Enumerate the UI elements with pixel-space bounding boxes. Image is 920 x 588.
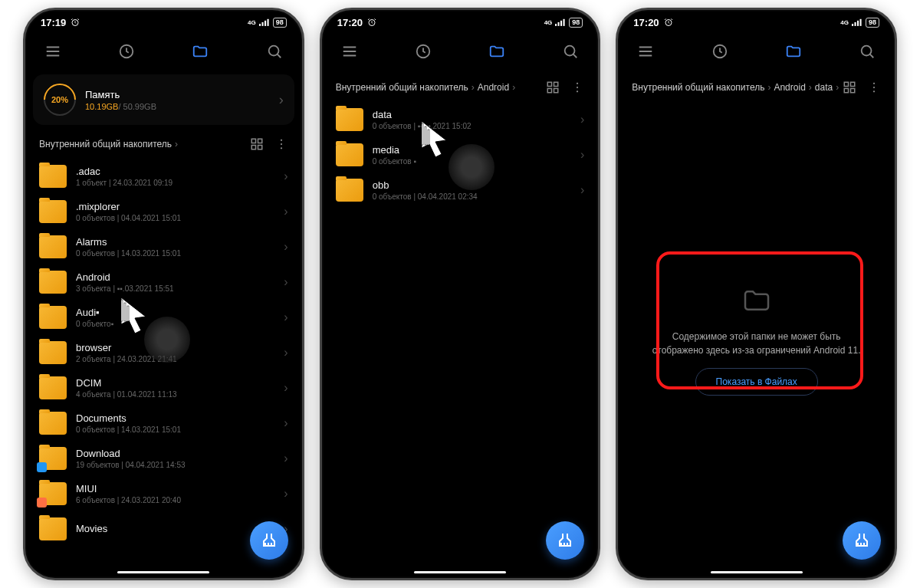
recent-icon[interactable] bbox=[111, 36, 142, 67]
svg-rect-23 bbox=[558, 22, 560, 26]
svg-rect-46 bbox=[860, 19, 862, 26]
home-indicator[interactable] bbox=[117, 571, 209, 573]
chevron-right-icon: › bbox=[284, 169, 288, 183]
status-right: 4G 98 bbox=[840, 18, 879, 28]
svg-rect-4 bbox=[267, 19, 268, 26]
menu-icon[interactable] bbox=[38, 36, 68, 67]
section-header: Внутренний общий накопитель› Android› bbox=[322, 68, 599, 102]
clean-fab[interactable] bbox=[546, 521, 584, 560]
file-row[interactable]: .mixplorer 0 объектов | 04.04.2021 15:01… bbox=[33, 194, 294, 229]
status-bar: 17:20 4G 98 bbox=[322, 10, 599, 34]
more-icon[interactable] bbox=[274, 137, 288, 151]
section-header: Внутренний общий накопитель› Android› da… bbox=[618, 68, 895, 102]
file-row[interactable]: Download 19 объектов | 04.04.2021 14:53 … bbox=[33, 441, 294, 476]
svg-rect-35 bbox=[554, 89, 558, 93]
file-meta: 0 объектов | 04.04.2021 15:01 bbox=[76, 214, 274, 222]
more-icon[interactable] bbox=[867, 80, 881, 94]
file-name: Android bbox=[76, 271, 274, 283]
recent-icon[interactable] bbox=[705, 36, 735, 67]
top-nav bbox=[322, 34, 599, 68]
storage-usage: 10.19GB/ 50.99GB bbox=[85, 102, 270, 111]
svg-rect-24 bbox=[560, 21, 562, 26]
search-icon[interactable] bbox=[555, 36, 586, 67]
clean-fab[interactable] bbox=[250, 521, 288, 560]
status-time: 17:20 bbox=[337, 17, 363, 28]
svg-rect-32 bbox=[548, 82, 552, 86]
recent-icon[interactable] bbox=[408, 36, 439, 67]
file-meta: 0 объектов | 14.03.2021 15:01 bbox=[76, 425, 274, 434]
breadcrumb[interactable]: Внутренний общий накопитель› bbox=[39, 139, 250, 149]
home-indicator[interactable] bbox=[414, 571, 506, 573]
show-in-files-button[interactable]: Показать в Файлах bbox=[695, 368, 818, 396]
chevron-right-icon: › bbox=[580, 148, 584, 162]
svg-line-31 bbox=[573, 54, 577, 58]
folder-icon bbox=[336, 179, 363, 202]
folder-tab-icon[interactable] bbox=[778, 36, 809, 67]
svg-point-59 bbox=[873, 90, 875, 92]
file-name: data bbox=[373, 109, 571, 120]
folder-icon bbox=[39, 517, 67, 540]
file-name: Alarms bbox=[76, 236, 274, 248]
svg-rect-55 bbox=[844, 89, 848, 93]
file-meta: 3 объекта | ▪▪.03.2021 15:51 bbox=[76, 284, 274, 293]
search-icon[interactable] bbox=[259, 36, 290, 67]
menu-icon[interactable] bbox=[334, 36, 365, 67]
svg-rect-44 bbox=[855, 22, 856, 26]
chevron-right-icon: › bbox=[284, 275, 288, 289]
file-name: Movies bbox=[76, 523, 274, 534]
grid-view-icon[interactable] bbox=[546, 80, 560, 94]
file-name: Download bbox=[76, 448, 274, 459]
grid-view-icon[interactable] bbox=[843, 80, 856, 94]
empty-state: Содержимое этой папки не может быть отоб… bbox=[618, 102, 895, 578]
svg-rect-53 bbox=[844, 82, 848, 86]
folder-icon bbox=[39, 271, 67, 294]
file-row[interactable]: Android 3 объекта | ▪▪.03.2021 15:51 › bbox=[33, 264, 294, 300]
search-icon[interactable] bbox=[852, 36, 882, 67]
svg-line-52 bbox=[870, 54, 874, 58]
folder-tab-icon[interactable] bbox=[185, 36, 215, 67]
empty-text: Содержимое этой папки не может быть отоб… bbox=[649, 330, 864, 357]
menu-icon[interactable] bbox=[630, 36, 661, 67]
svg-point-37 bbox=[577, 87, 578, 88]
svg-point-38 bbox=[577, 90, 578, 92]
file-row[interactable]: .adac 1 объект | 24.03.2021 09:19 › bbox=[33, 159, 294, 194]
svg-point-36 bbox=[577, 83, 578, 84]
svg-point-30 bbox=[565, 46, 575, 56]
breadcrumb[interactable]: Внутренний общий накопитель› Android› bbox=[336, 82, 547, 93]
alarm-icon bbox=[71, 18, 80, 27]
svg-rect-54 bbox=[851, 82, 855, 86]
status-right: 4G 98 bbox=[544, 18, 583, 28]
folder-tab-icon[interactable] bbox=[481, 36, 512, 67]
chevron-right-icon: › bbox=[284, 346, 288, 360]
chevron-right-icon: › bbox=[284, 416, 288, 430]
section-header: Внутренний общий накопитель› bbox=[25, 125, 302, 159]
clean-fab[interactable] bbox=[843, 521, 881, 560]
chevron-right-icon: › bbox=[284, 240, 288, 254]
svg-point-9 bbox=[268, 46, 278, 56]
folder-icon bbox=[39, 200, 67, 223]
storage-card[interactable]: 20% Память 10.19GB/ 50.99GB › bbox=[33, 74, 294, 125]
breadcrumb[interactable]: Внутренний общий накопитель› Android› da… bbox=[632, 82, 843, 93]
file-row[interactable]: Alarms 0 объектов | 14.03.2021 15:01 › bbox=[33, 229, 294, 264]
grid-view-icon[interactable] bbox=[250, 137, 264, 151]
folder-icon bbox=[39, 412, 67, 435]
home-indicator[interactable] bbox=[711, 571, 803, 573]
file-row[interactable]: data 0 объектов | ▪▪.▪▪.2021 15:02 › bbox=[330, 102, 591, 137]
phone-screen-3: 17:20 4G 98 Внутренний общий накопитель›… bbox=[616, 8, 897, 580]
chevron-right-icon: › bbox=[284, 487, 288, 501]
file-row[interactable]: MIUI 6 объектов | 24.03.2021 20:40 › bbox=[33, 476, 294, 511]
battery-icon: 98 bbox=[866, 18, 879, 28]
chevron-right-icon: › bbox=[284, 310, 288, 324]
file-row[interactable]: DCIM 4 объекта | 01.04.2021 11:13 › bbox=[33, 370, 294, 406]
top-nav bbox=[25, 34, 302, 68]
more-icon[interactable] bbox=[570, 80, 584, 94]
svg-point-58 bbox=[873, 87, 875, 88]
file-list[interactable]: .adac 1 объект | 24.03.2021 09:19 › .mix… bbox=[25, 159, 302, 578]
folder-icon bbox=[336, 143, 363, 166]
svg-rect-43 bbox=[852, 24, 853, 26]
file-row[interactable]: Documents 0 объектов | 14.03.2021 15:01 … bbox=[33, 406, 294, 441]
file-name: Audi▪ bbox=[76, 307, 274, 318]
chevron-right-icon: › bbox=[284, 381, 288, 395]
svg-rect-34 bbox=[548, 89, 552, 93]
status-time: 17:20 bbox=[633, 17, 659, 28]
